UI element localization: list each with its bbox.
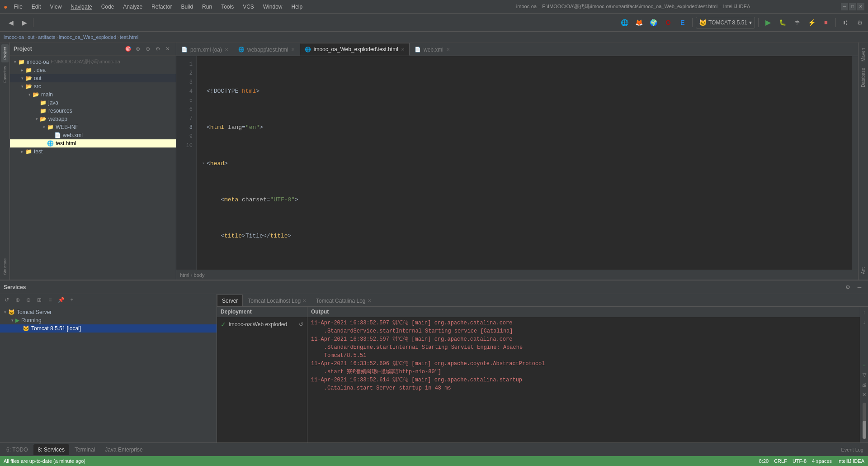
menu-window[interactable]: Window bbox=[259, 3, 286, 11]
line-ending[interactable]: CRLF bbox=[774, 458, 787, 464]
filter-icon[interactable]: ▽ bbox=[861, 371, 868, 378]
add-button[interactable]: + bbox=[67, 295, 77, 305]
tree-item-idea[interactable]: ▸ 📁 .idea bbox=[10, 66, 176, 74]
menu-vcs[interactable]: VCS bbox=[239, 3, 258, 11]
tab-close-localhost[interactable]: ✕ bbox=[302, 298, 306, 303]
project-tab[interactable]: Project bbox=[1, 44, 9, 62]
output-scrollbar[interactable] bbox=[863, 403, 866, 439]
filter-button[interactable]: ≡ bbox=[45, 295, 55, 305]
services-tree-tomcat-server[interactable]: ▾ 🐱 Tomcat Server bbox=[0, 308, 217, 316]
menu-code[interactable]: Code bbox=[98, 3, 118, 11]
tree-item-webxml[interactable]: ▸ 📄 web.xml bbox=[10, 131, 176, 139]
tab-close-pom[interactable]: ✕ bbox=[225, 47, 228, 52]
minimize-button[interactable]: ─ bbox=[841, 3, 848, 10]
edge-icon[interactable]: E bbox=[676, 16, 689, 29]
menu-help[interactable]: Help bbox=[288, 3, 307, 11]
menu-refactor[interactable]: Refactor bbox=[148, 3, 175, 11]
menu-file[interactable]: File bbox=[10, 3, 26, 11]
tree-item-webinf[interactable]: ▾ 📁 WEB-INF bbox=[10, 123, 176, 131]
tree-item-testhtml[interactable]: ▸ 🌐 test.html bbox=[10, 139, 176, 147]
tab-localhost-log[interactable]: Tomcat Localhost Log ✕ bbox=[243, 295, 311, 306]
terminal-tab[interactable]: Terminal bbox=[70, 444, 99, 455]
tree-item-main[interactable]: ▾ 📂 main bbox=[10, 90, 176, 99]
breadcrumb-exploded[interactable]: imooc_oa_Web_exploded bbox=[59, 34, 116, 40]
menu-analyze[interactable]: Analyze bbox=[119, 3, 146, 11]
tree-item-imooc-oa[interactable]: ▾ 📁 imooc-oa F:\IMOOC\OA\源代码\imooc-oa bbox=[10, 57, 176, 66]
collapse-all-services[interactable]: ⊖ bbox=[24, 295, 33, 305]
tree-item-java[interactable]: ▸ 📁 java bbox=[10, 99, 176, 107]
forward-button[interactable]: ▶ bbox=[18, 16, 31, 29]
editor-scrollbar[interactable] bbox=[852, 56, 858, 270]
back-button[interactable]: ◀ bbox=[5, 16, 17, 29]
git-button[interactable]: ⑆ bbox=[839, 16, 852, 29]
services-tree-running[interactable]: ▾ ▶ Running bbox=[0, 316, 217, 324]
menu-tools[interactable]: Tools bbox=[217, 3, 237, 11]
ie-icon[interactable]: 🌍 bbox=[647, 16, 660, 29]
wrap-text-icon[interactable]: ≡ bbox=[861, 361, 868, 368]
tree-item-test[interactable]: ▸ 📁 test bbox=[10, 147, 176, 156]
tab-close-webxml[interactable]: ✕ bbox=[446, 47, 450, 52]
refresh-button[interactable]: ↺ bbox=[2, 295, 12, 305]
tab-close-catalina[interactable]: ✕ bbox=[368, 298, 371, 303]
close-button[interactable]: ✕ bbox=[857, 3, 864, 10]
tab-catalina-log[interactable]: Tomcat Catalina Log ✕ bbox=[311, 295, 376, 306]
expand-all-button[interactable]: ⊕ bbox=[133, 44, 142, 53]
tab-close-exploded[interactable]: ✕ bbox=[401, 47, 405, 52]
breadcrumb-file[interactable]: test.html bbox=[120, 34, 139, 40]
services-tab[interactable]: 8: Services bbox=[33, 444, 69, 455]
cursor-position[interactable]: 8:20 bbox=[759, 458, 769, 464]
firefox-icon[interactable]: 🦊 bbox=[633, 16, 646, 29]
collapse-all-button[interactable]: ⊖ bbox=[143, 44, 152, 53]
fold-3[interactable]: ▾ bbox=[202, 159, 205, 168]
stop-button[interactable]: ■ bbox=[820, 16, 832, 29]
tab-pom-xml[interactable]: 📄 pom.xml (oa) ✕ bbox=[176, 43, 233, 56]
scroll-to-top-icon[interactable]: ↑ bbox=[861, 309, 868, 316]
breadcrumb-out[interactable]: out bbox=[28, 34, 34, 40]
pin-button[interactable]: 📌 bbox=[56, 295, 66, 305]
opera-icon[interactable]: O bbox=[662, 16, 675, 29]
tab-close-webapp[interactable]: ✕ bbox=[291, 47, 295, 52]
menu-build[interactable]: Build bbox=[177, 3, 197, 11]
settings-icon[interactable]: ⚙ bbox=[153, 44, 162, 53]
menu-run[interactable]: Run bbox=[198, 3, 216, 11]
settings-button[interactable]: ⚙ bbox=[854, 16, 866, 29]
favorites-tab[interactable]: Favorites bbox=[1, 63, 9, 86]
deployment-refresh-icon[interactable]: ↺ bbox=[299, 321, 303, 328]
ant-tab[interactable]: Ant bbox=[860, 266, 867, 276]
clear-icon[interactable]: ✕ bbox=[861, 391, 868, 398]
tab-webxml[interactable]: 📄 web.xml ✕ bbox=[410, 43, 455, 56]
structure-tab[interactable]: Structure bbox=[1, 256, 9, 278]
breadcrumb-artifacts[interactable]: artifacts bbox=[38, 34, 56, 40]
indent[interactable]: 4 spaces bbox=[812, 458, 832, 464]
event-log-button[interactable]: Event Log bbox=[838, 445, 866, 455]
tree-item-src[interactable]: ▾ 📂 src bbox=[10, 82, 176, 90]
coverage-button[interactable]: ☂ bbox=[791, 16, 803, 29]
profile-button[interactable]: ⚡ bbox=[805, 16, 818, 29]
menu-edit[interactable]: Edit bbox=[28, 3, 45, 11]
todo-tab[interactable]: 6: TODO bbox=[2, 444, 33, 455]
tree-item-resources[interactable]: ▸ 📁 resources bbox=[10, 107, 176, 115]
tab-exploded-test[interactable]: 🌐 imooc_oa_Web_exploded\test.html ✕ bbox=[300, 43, 410, 56]
menu-view[interactable]: View bbox=[47, 3, 66, 11]
deployment-item-imooc[interactable]: ✓ imooc-oa:Web exploded ↺ bbox=[217, 319, 307, 330]
menu-navigate[interactable]: Navigate bbox=[67, 3, 95, 11]
minimize-panel-button[interactable]: ─ bbox=[854, 282, 864, 292]
maximize-button[interactable]: □ bbox=[849, 3, 856, 10]
debug-button[interactable]: 🐛 bbox=[776, 16, 789, 29]
run-config-dropdown[interactable]: 🐱 TOMCAT 8.5.51 ▾ bbox=[696, 17, 755, 29]
maven-tab[interactable]: Maven bbox=[860, 46, 867, 63]
services-tree-tomcat-local[interactable]: ▸ 🐱 Tomcat 8.5.51 [local] bbox=[0, 324, 217, 333]
chrome-icon[interactable]: 🌐 bbox=[618, 16, 631, 29]
code-content[interactable]: ▸ <!DOCTYPE html> ▸ <html lang="en"> ▾ <… bbox=[197, 56, 852, 270]
expand-all-services[interactable]: ⊕ bbox=[13, 295, 23, 305]
tree-item-out[interactable]: ▾ 📂 out bbox=[10, 74, 176, 82]
tab-webapp-test[interactable]: 🌐 webapp\test.html ✕ bbox=[233, 43, 300, 56]
database-tab[interactable]: Database bbox=[860, 66, 867, 89]
group-button[interactable]: ⊞ bbox=[34, 295, 44, 305]
run-button[interactable]: ▶ bbox=[762, 16, 774, 29]
scroll-to-end-icon[interactable]: ↓ bbox=[861, 319, 868, 326]
tab-server[interactable]: Server bbox=[217, 295, 243, 306]
encoding[interactable]: UTF-8 bbox=[793, 458, 807, 464]
locate-file-button[interactable]: 🎯 bbox=[123, 44, 132, 53]
breadcrumb-root[interactable]: imooc-oa bbox=[4, 34, 24, 40]
